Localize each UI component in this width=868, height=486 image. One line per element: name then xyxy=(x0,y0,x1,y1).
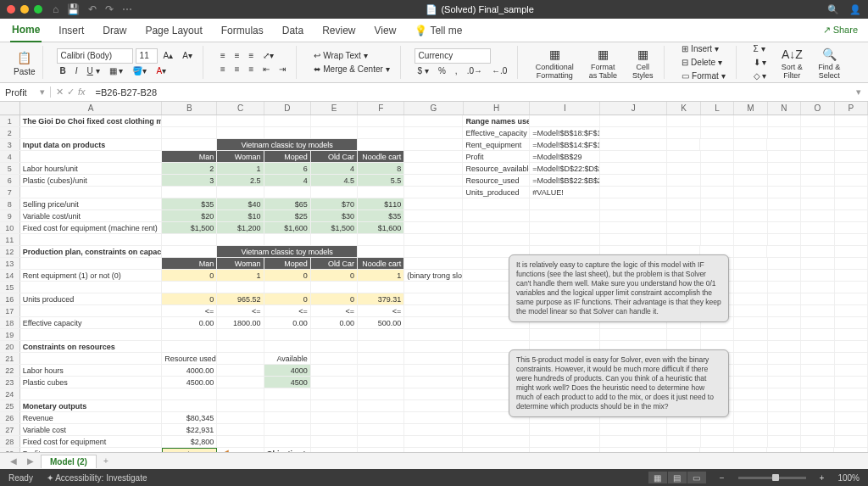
cell[interactable]: Man xyxy=(162,258,217,269)
cell[interactable]: Plastic cubes xyxy=(20,377,163,388)
row-header[interactable]: 13 xyxy=(0,258,20,269)
cell[interactable]: Noodle cart xyxy=(358,151,404,162)
cell[interactable] xyxy=(311,115,358,126)
cell[interactable] xyxy=(734,377,768,388)
column-header[interactable]: H xyxy=(464,102,531,115)
cell[interactable] xyxy=(404,187,463,198)
save-icon[interactable]: 💾 xyxy=(67,3,80,15)
cell[interactable]: $30 xyxy=(311,210,358,221)
spreadsheet-grid[interactable]: ABCDEFGHIJKLMNOP 1The Gioi Do Choi fixed… xyxy=(0,102,868,452)
cell[interactable] xyxy=(264,329,311,340)
cell[interactable]: Available xyxy=(264,353,311,364)
add-sheet-button[interactable]: + xyxy=(100,456,112,466)
row-header[interactable]: 15 xyxy=(0,282,20,293)
row-header[interactable]: 10 xyxy=(0,222,20,233)
cell[interactable] xyxy=(311,329,358,340)
cell[interactable] xyxy=(358,365,404,376)
cell[interactable] xyxy=(734,353,768,364)
cell[interactable]: $35 xyxy=(162,198,217,209)
fill-icon[interactable]: ⬇ ▾ xyxy=(750,56,771,69)
sheet-nav-left-icon[interactable]: ◀ xyxy=(7,456,20,466)
cell[interactable] xyxy=(264,341,311,352)
cell[interactable]: $1,600 xyxy=(358,222,404,233)
column-header[interactable]: A xyxy=(20,102,163,115)
cell[interactable] xyxy=(701,163,735,174)
cell[interactable]: <= xyxy=(358,305,404,316)
cell[interactable] xyxy=(217,412,264,423)
cell[interactable]: Moped xyxy=(264,151,311,162)
tab-review[interactable]: Review xyxy=(320,20,357,42)
cell[interactable] xyxy=(162,329,217,340)
cell[interactable] xyxy=(217,329,264,340)
cell[interactable] xyxy=(734,329,768,340)
cell[interactable] xyxy=(801,293,835,304)
conditional-formatting-icon[interactable]: ▦ xyxy=(546,46,563,63)
cell[interactable] xyxy=(358,424,404,435)
cell[interactable] xyxy=(768,151,802,162)
cell[interactable] xyxy=(530,448,600,452)
cell[interactable] xyxy=(801,377,835,388)
cell[interactable] xyxy=(801,329,835,340)
cell[interactable] xyxy=(162,388,217,399)
cell[interactable] xyxy=(734,388,768,399)
underline-button[interactable]: U ▾ xyxy=(84,64,103,77)
cell[interactable]: Units_produced xyxy=(463,187,530,198)
font-color-icon[interactable]: A▾ xyxy=(153,64,170,77)
avatar-icon[interactable]: 👤 xyxy=(849,4,861,15)
cell[interactable] xyxy=(358,246,404,257)
cell[interactable] xyxy=(20,329,163,340)
cell[interactable] xyxy=(530,424,600,435)
cell[interactable] xyxy=(463,329,530,340)
column-header[interactable]: G xyxy=(404,102,463,115)
cell[interactable] xyxy=(264,115,311,126)
cell[interactable] xyxy=(404,305,463,316)
cell[interactable] xyxy=(835,353,868,364)
cell[interactable] xyxy=(768,400,802,411)
row-header[interactable]: 28 xyxy=(0,436,20,447)
border-icon[interactable]: ▦ ▾ xyxy=(106,64,127,77)
cell[interactable] xyxy=(217,187,264,198)
cell[interactable]: 965.52 xyxy=(217,293,264,304)
comma-icon[interactable]: , xyxy=(452,64,461,77)
cell[interactable]: 4.5 xyxy=(311,175,358,186)
cell[interactable] xyxy=(404,234,463,245)
cell[interactable] xyxy=(801,258,835,269)
tab-tellme[interactable]: 💡 Tell me xyxy=(413,20,464,42)
align-bottom-icon[interactable]: ≡ xyxy=(246,49,258,62)
cell[interactable]: 4000 xyxy=(264,365,311,376)
cell[interactable] xyxy=(217,436,264,447)
cell[interactable] xyxy=(264,400,311,411)
cell[interactable] xyxy=(801,234,835,245)
cell[interactable]: Fixed cost for equipment xyxy=(20,436,163,447)
row-header[interactable]: 21 xyxy=(0,353,20,364)
cell[interactable] xyxy=(162,139,217,150)
cell[interactable]: Selling price/unit xyxy=(20,198,163,209)
cell[interactable] xyxy=(162,246,217,257)
cell[interactable] xyxy=(530,198,600,209)
column-header[interactable]: C xyxy=(217,102,264,115)
cell[interactable] xyxy=(835,341,868,352)
row-header[interactable]: 17 xyxy=(0,305,20,316)
cell[interactable] xyxy=(734,234,768,245)
cell[interactable] xyxy=(20,234,163,245)
row-header[interactable]: 1 xyxy=(0,115,20,126)
cell[interactable] xyxy=(404,317,463,328)
cell[interactable] xyxy=(463,424,530,435)
sheet-nav-right-icon[interactable]: ▶ xyxy=(24,456,37,466)
cell[interactable] xyxy=(600,151,667,162)
cell[interactable] xyxy=(835,151,868,162)
cell[interactable] xyxy=(734,436,768,447)
cell[interactable] xyxy=(667,175,701,186)
cell[interactable] xyxy=(768,317,802,328)
bold-button[interactable]: B xyxy=(57,64,70,77)
cell[interactable] xyxy=(835,424,868,435)
cell[interactable] xyxy=(701,210,735,221)
cell[interactable] xyxy=(801,139,835,150)
cell[interactable] xyxy=(701,329,735,340)
cell[interactable] xyxy=(701,187,735,198)
cell[interactable] xyxy=(768,234,802,245)
tab-view[interactable]: View xyxy=(373,20,398,42)
cell[interactable] xyxy=(600,424,667,435)
row-header[interactable]: 22 xyxy=(0,365,20,376)
cell[interactable] xyxy=(404,127,463,138)
